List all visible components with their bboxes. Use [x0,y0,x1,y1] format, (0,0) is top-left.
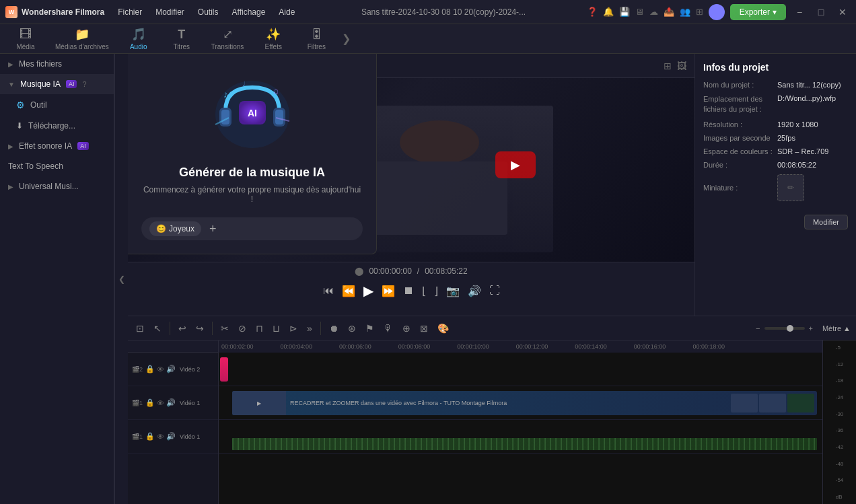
youtube-icon: ▶ [495,151,536,178]
tl-cursor-btn[interactable]: ↖ [151,322,164,335]
track-audio-icon-2[interactable]: 🔊 [166,398,176,407]
ai-headphone-svg: AI ♪ ♫ ♩ [209,67,296,155]
stop-button[interactable]: ⏹ [403,285,414,297]
tl-motion-btn[interactable]: ⊛ [345,322,359,335]
tl-color-btn[interactable]: 🎨 [435,322,452,335]
tl-subtitle-btn[interactable]: ⊕ [400,322,413,335]
share-icon[interactable]: 📤 [664,7,674,17]
timeline-mark-icon[interactable]: ⬤ [355,266,363,276]
minimize-button[interactable]: − [791,4,808,20]
track-lock-icon[interactable]: 🔒 [145,365,155,373]
track-lock-icon-3[interactable]: 🔒 [145,432,155,441]
add-tag-button[interactable]: + [209,222,217,236]
tab-media[interactable]: 🎞 Média [5,25,46,53]
tl-pip-btn[interactable]: ⊠ [417,322,431,335]
tl-zoom-out[interactable]: − [756,324,760,332]
mark-in-button[interactable]: ⌊ [422,285,426,297]
tl-zoom-handle[interactable] [787,325,793,332]
tab-transitions[interactable]: ⤢ Transitions [205,24,251,53]
preview-fullscreen-icon[interactable]: 🖼 [677,61,686,71]
tl-redo-btn[interactable]: ↪ [193,322,207,335]
track-eye-icon-3[interactable]: 👁 [157,433,164,441]
filters-icon: 🎛 [310,28,322,42]
menu-fichier[interactable]: Fichier [112,5,147,20]
menu-modifier[interactable]: Modifier [150,5,190,20]
preview-icons: ⊞ 🖼 [664,61,686,71]
screen-icon[interactable]: 🖥 [635,7,644,17]
track-eye-icon-2[interactable]: 👁 [157,399,164,407]
info-label-fps: Images par seconde [703,134,777,142]
menu-aide[interactable]: Aide [273,5,300,20]
info-row-fps: Images par seconde 25fps [703,134,848,142]
metre-label[interactable]: Mètre ▲ [822,324,851,332]
grid-icon[interactable]: ⊞ [696,7,703,17]
sidebar-item-ai-music[interactable]: ▼ Musique IA AI ? [0,74,114,94]
help-circle-icon[interactable]: ? [82,80,86,88]
tl-snap-btn[interactable]: ⊡ [133,322,147,335]
svg-text:♪: ♪ [223,89,228,100]
play-button[interactable]: ▶ [363,283,373,299]
audio-waveform[interactable] [232,438,817,450]
tl-record-btn[interactable]: ⏺ [326,322,341,335]
tl-undo-btn[interactable]: ↩ [176,322,189,335]
menubar-right: ❓ 🔔 💾 🖥 ☁ 📤 👥 ⊞ Exporter ▾ − □ ✕ [587,4,851,20]
cloud-icon[interactable]: ☁ [649,7,658,17]
modify-button[interactable]: Modifier [804,215,848,229]
next-frame-button[interactable]: ⏩ [382,285,395,297]
export-button[interactable]: Exporter ▾ [730,4,786,20]
track-audio-icon-3[interactable]: 🔊 [166,432,176,441]
tl-crop-btn[interactable]: ⊓ [253,322,266,335]
preview-fit-icon[interactable]: ⊞ [664,61,672,71]
thumbnail-preview[interactable]: ✏ [777,174,804,201]
tl-speed-btn[interactable]: ⊳ [287,322,300,335]
mark-out-button[interactable]: ⌋ [434,285,438,297]
tab-media-archives[interactable]: 📁 Médias d'archives [48,24,116,53]
tab-audio[interactable]: 🎵 Audio [118,24,159,53]
sidebar-item-download[interactable]: ⬇ Télécharge... [0,116,114,136]
close-button[interactable]: ✕ [834,4,851,20]
chevron-right-icon-2: ▶ [8,143,13,150]
user-avatar[interactable] [709,4,725,20]
tl-zoom-slider[interactable] [764,327,805,330]
help-icon[interactable]: ❓ [587,7,598,17]
prev-frame-button[interactable]: ⏪ [342,285,355,297]
tl-zoom-in[interactable]: + [809,324,813,332]
track-lock-icon-2[interactable]: 🔒 [145,398,155,407]
tl-marker-btn[interactable]: ⚑ [363,322,377,335]
rewind-button[interactable]: ⏮ [323,285,334,297]
tl-audio-btn[interactable]: 🎙 [381,322,396,335]
tab-filters[interactable]: 🎛 Filtres [296,25,336,53]
tab-effects[interactable]: ✨ Effets [253,24,293,53]
svg-text:♫: ♫ [273,87,279,96]
save-icon[interactable]: 💾 [619,7,630,17]
sidebar-item-universal-music[interactable]: ▶ Universal Musi... [0,176,114,196]
people-icon[interactable]: 👥 [680,7,690,17]
notification-icon[interactable]: 🔔 [603,7,614,17]
sidebar-collapse-button[interactable]: ❮ [114,54,128,504]
sidebar-item-sound-effect[interactable]: ▶ Effet sonore IA AI [0,136,114,156]
sidebar-item-tool[interactable]: ⚙ Outil [0,94,114,116]
tabs-scroll-right[interactable]: ❯ [339,32,353,45]
snapshot-button[interactable]: 📷 [446,285,460,297]
tab-archives-label: Médias d'archives [55,43,109,50]
track-eye-icon[interactable]: 👁 [157,365,164,373]
sidebar-item-text-to-speech[interactable]: Text To Speech [0,156,114,176]
menu-outils[interactable]: Outils [192,5,224,20]
sidebar-item-my-files[interactable]: ▶ Mes fichiers [0,54,114,74]
audio-button[interactable]: 🔊 [468,285,481,297]
menu-affichage[interactable]: Affichage [227,5,271,20]
db-minus36: -36 [836,427,844,433]
maximize-button[interactable]: □ [813,4,829,20]
ai-tag-joyeux[interactable]: 😊 Joyeux [149,221,201,236]
clip-pink[interactable] [220,357,228,382]
video-clip-main[interactable]: ▶ RECADRER et ZOOMER dans une vidéo avec… [232,391,817,415]
fullscreen-button[interactable]: ⛶ [489,285,500,297]
tab-titles[interactable]: T Titres [162,25,202,53]
tl-more-btn[interactable]: » [304,322,315,335]
tl-split-btn[interactable]: ⊔ [270,322,283,335]
track-number-2: 🎬2 [132,366,143,373]
tl-cut-btn[interactable]: ✂ [218,322,231,335]
tl-separator-2 [212,322,213,335]
track-audio-icon[interactable]: 🔊 [166,365,176,373]
tl-delete-btn[interactable]: ⊘ [236,322,249,335]
